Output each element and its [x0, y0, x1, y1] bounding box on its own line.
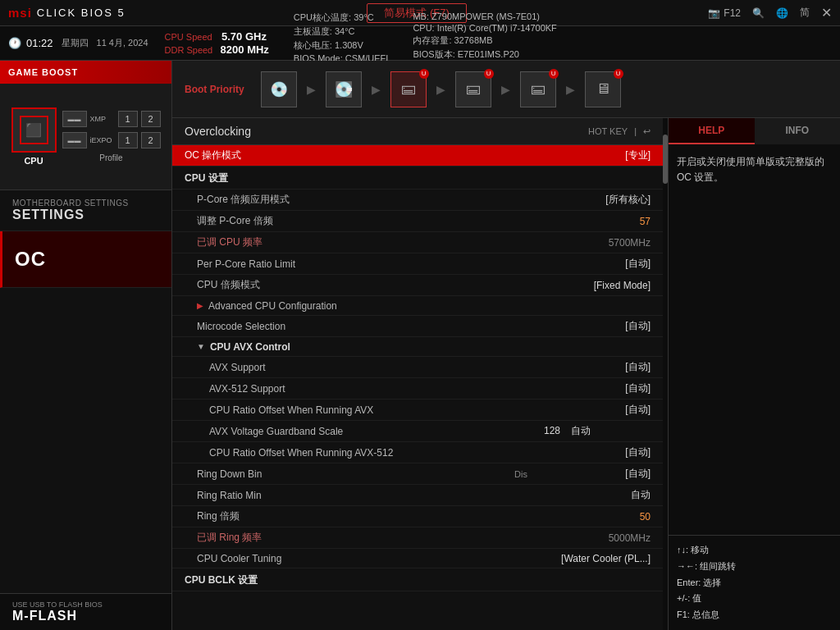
- xmp-btn-1[interactable]: 1: [118, 111, 138, 127]
- iexpo-btn-2[interactable]: 2: [141, 132, 161, 148]
- cpu-speed-row: CPU Speed 5.70 GHz: [165, 30, 269, 43]
- table-row[interactable]: OC 操作模式 [专业]: [172, 145, 663, 167]
- setting-name-cpu-settings: CPU 设置: [185, 171, 651, 185]
- setting-name-cpu-ratio-avx: CPU Ratio Offset When Running AVX: [209, 404, 527, 416]
- boot-device-icon-3: 🖴 U: [390, 71, 427, 107]
- setting-name-bclk: CPU BCLK 设置: [185, 573, 651, 587]
- boot-priority-bar: Boot Priority 💿 ▶ 💽 ▶ 🖴 U ▶: [172, 61, 840, 118]
- setting-value-pcore-ratio: 57: [527, 216, 651, 227]
- table-row[interactable]: Ring Ratio Min 自动: [172, 485, 663, 506]
- back-icon[interactable]: ↩: [643, 126, 651, 137]
- setting-value-ring-ratio: 50: [527, 511, 651, 523]
- setting-value-microcode: [自动]: [527, 319, 651, 333]
- setting-name-avx-control: CPU AVX Control: [210, 341, 651, 353]
- clock-display: 🕐 01:22 星期四 11 4月, 2024: [8, 37, 148, 49]
- tab-help[interactable]: HELP: [669, 118, 755, 144]
- game-boost-bar[interactable]: GAME BOOST: [0, 61, 171, 84]
- setting-name-avx-support: AVX Support: [209, 362, 527, 373]
- table-row[interactable]: P-Core 倍频应用模式 [所有核心]: [172, 189, 663, 211]
- usb-icon-3: 🖴: [531, 80, 546, 98]
- badge-2: U: [484, 69, 494, 79]
- xmp-icon: ▬▬: [62, 111, 87, 127]
- cpu-block[interactable]: ⬛ CPU: [11, 107, 57, 166]
- logo: msi CLICK BIOS 5: [8, 6, 126, 20]
- table-row[interactable]: Ring Down Bin Dis [自动]: [172, 463, 663, 485]
- boot-arrow-4: ▶: [501, 83, 510, 96]
- help-text: 开启或关闭使用简单版或完整版的 OC 设置。: [677, 156, 824, 183]
- boot-device-5[interactable]: 🖴 U: [520, 71, 556, 107]
- boot-device-icon-6: 🖥 U: [585, 71, 621, 107]
- boot-device-icon-1: 💿: [261, 71, 297, 107]
- tab-info[interactable]: INFO: [755, 118, 841, 144]
- table-row[interactable]: CPU Ratio Offset When Running AVX-512 [自…: [172, 442, 663, 463]
- setting-value-pcore-mode: [所有核心]: [527, 193, 651, 207]
- setting-value-ring-freq: 5000MHz: [527, 532, 651, 544]
- setting-name-microcode: Microcode Selection: [197, 321, 527, 332]
- sidebar: GAME BOOST ⬛ CPU ▬▬ XMP 1 2 ▬▬ iEXPO: [0, 61, 172, 630]
- table-row[interactable]: Per P-Core Ratio Limit [自动]: [172, 253, 663, 275]
- table-row[interactable]: CPU 倍频模式 [Fixed Mode]: [172, 275, 663, 296]
- speed-display: CPU Speed 5.70 GHz DDR Speed 8200 MHz: [165, 30, 269, 56]
- profile-block: ▬▬ XMP 1 2 ▬▬ iEXPO 1 2 Profile: [62, 111, 161, 162]
- hint-enter: Enter: 选择: [677, 575, 832, 591]
- table-row[interactable]: Microcode Selection [自动]: [172, 316, 663, 337]
- hint-f1: F1: 总信息: [677, 607, 832, 623]
- arrow-icon: ▶: [197, 301, 203, 310]
- settings-subtitle: Motherboard settings: [12, 199, 159, 208]
- boot-device-4[interactable]: 🖴 U: [455, 71, 491, 107]
- boot-device-2[interactable]: 💽: [326, 71, 362, 107]
- table-row[interactable]: AVX-512 Support [自动]: [172, 378, 663, 399]
- xmp-btn-2[interactable]: 2: [141, 111, 161, 127]
- table-row[interactable]: AVX Support [自动]: [172, 357, 663, 378]
- cpu-icon: ⬛: [11, 107, 57, 153]
- right-panel: HELP INFO 开启或关闭使用简单版或完整版的 OC 设置。 ↑↓: 移动 …: [668, 118, 840, 630]
- setting-name-ring-down: Ring Down Bin: [197, 468, 506, 480]
- boot-device-6[interactable]: 🖥 U: [585, 71, 621, 107]
- hotkey-area: HOT KEY | ↩: [588, 126, 651, 137]
- profile-label: Profile: [62, 153, 161, 162]
- cpu-model: CPU: Intel(R) Core(TM) i7-14700KF: [413, 23, 556, 33]
- usb-icon-1: 🖴: [401, 80, 416, 98]
- table-row[interactable]: ▶ Advanced CPU Configuration: [172, 296, 663, 316]
- ddr-speed-row: DDR Speed 8200 MHz: [165, 43, 269, 56]
- setting-value-per-pcore: [自动]: [527, 257, 651, 271]
- setting-name-ring-ratio: Ring 倍频: [197, 509, 527, 523]
- table-row[interactable]: 调整 P-Core 倍频 57: [172, 211, 663, 232]
- oc-header: Overclocking HOT KEY | ↩: [172, 118, 663, 145]
- setting-value-ring-min: 自动: [527, 488, 651, 502]
- oc-main[interactable]: Overclocking HOT KEY | ↩ OC 操作模式 [专业]: [172, 118, 663, 630]
- badge-4: U: [614, 69, 623, 79]
- setting-value-oc-mode: [专业]: [527, 148, 651, 162]
- iexpo-btn-1[interactable]: 1: [118, 132, 138, 148]
- setting-name-pcore-mode: P-Core 倍频应用模式: [197, 193, 527, 207]
- boot-device-1[interactable]: 💿: [261, 71, 297, 107]
- sidebar-item-settings[interactable]: Motherboard settings SETTINGS: [0, 190, 171, 231]
- setting-value-avx-vgb: 128 自动: [527, 424, 651, 438]
- sidebar-item-oc[interactable]: OC: [0, 231, 171, 288]
- hint-jump: →←: 组间跳转: [677, 559, 832, 575]
- xmp-label: XMP: [90, 115, 115, 123]
- help-content: 开启或关闭使用简单版或完整版的 OC 设置。: [669, 144, 840, 535]
- table-row[interactable]: CPU Cooler Tuning [Water Cooler (PL...]: [172, 549, 663, 568]
- table-row[interactable]: CPU Ratio Offset When Running AVX [自动]: [172, 399, 663, 421]
- boot-device-3[interactable]: 🖴 U: [390, 71, 427, 107]
- clock-day: 星期四: [62, 37, 89, 49]
- table-row[interactable]: Ring 倍频 50: [172, 506, 663, 527]
- mflash-subtitle: Use USB to flash BIOS: [12, 600, 159, 609]
- hdd-icon: 🖥: [596, 80, 610, 98]
- boot-device-icon-4: 🖴 U: [455, 71, 491, 107]
- mflash-item[interactable]: Use USB to flash BIOS M-FLASH: [0, 593, 171, 630]
- table-row: 已调 CPU 频率 5700MHz: [172, 232, 663, 253]
- boot-arrow-5: ▶: [566, 83, 575, 96]
- setting-value-cpu-ratio-mode: [Fixed Mode]: [527, 280, 651, 291]
- hint-value: +/-: 值: [677, 591, 832, 607]
- iexpo-icon: ▬▬: [62, 132, 87, 148]
- bios-title: CLICK BIOS 5: [37, 7, 126, 19]
- table-row[interactable]: AVX Voltage Guardband Scale 128 自动: [172, 421, 663, 442]
- cpu-speed-label: CPU Speed: [165, 32, 212, 42]
- table-row[interactable]: ▼ CPU AVX Control: [172, 337, 663, 357]
- status-bar: 🕐 01:22 星期四 11 4月, 2024 CPU Speed 5.70 G…: [0, 26, 840, 61]
- setting-name-adv-cpu: Advanced CPU Configuration: [208, 300, 527, 312]
- vcore: 核心电压: 1.308V: [294, 39, 389, 52]
- boot-device-icon-2: 💽: [326, 71, 362, 107]
